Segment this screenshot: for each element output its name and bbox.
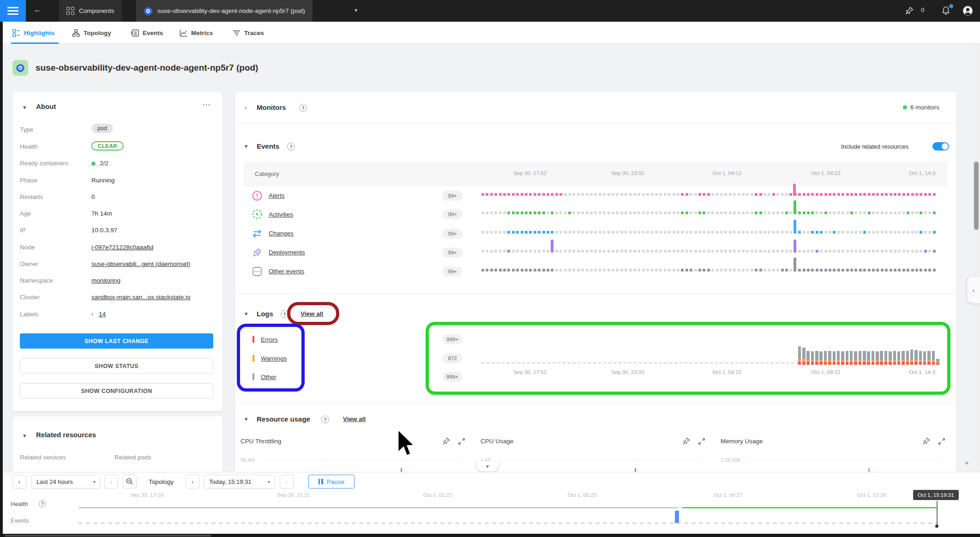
related-services-label: Related services <box>20 454 66 461</box>
axis-tick-label: Oct 1, 04:12 <box>713 170 742 176</box>
show-last-change-button[interactable]: SHOW LAST CHANGE <box>20 333 213 349</box>
node-link[interactable]: i-097e721228c0aaa6d <box>91 244 153 251</box>
divider <box>235 403 956 404</box>
monitors-help-icon[interactable]: ? <box>299 104 307 112</box>
active-tab-underline <box>11 42 59 44</box>
pin-icon[interactable] <box>905 6 914 15</box>
labels-count-link[interactable]: 14 <box>99 311 106 318</box>
events-icon <box>131 29 139 37</box>
logs-chart[interactable] <box>481 343 938 365</box>
other-events-link[interactable]: Other events <box>269 268 304 275</box>
about-label-namespace: Namespace <box>20 277 53 284</box>
cpu-throttling-expand-icon[interactable] <box>458 438 465 445</box>
deployments-link[interactable]: Deployments <box>269 249 305 256</box>
axis-tick-label: Oct 1, 09:22 <box>812 369 841 375</box>
logs-errors-link[interactable]: Errors <box>261 336 278 343</box>
time-back-button[interactable]: ‹ <box>186 475 199 489</box>
log-bar-error <box>806 362 810 365</box>
cpu-usage-expand-icon[interactable] <box>698 438 705 445</box>
log-bar-error <box>876 362 879 365</box>
logs-other-link[interactable]: Other <box>261 374 277 380</box>
resource-help-icon[interactable]: ? <box>321 416 329 423</box>
events-collapse-chevron-icon[interactable]: ▾ <box>245 143 248 150</box>
owner-link[interactable]: suse-observabili...gent (daemonset) <box>91 260 191 267</box>
vertical-scrollbar-thumb[interactable] <box>974 162 979 230</box>
show-status-button[interactable]: SHOW STATUS <box>20 358 213 374</box>
time-forward-button[interactable]: › <box>280 475 294 489</box>
time-range-dropdown[interactable]: Last 24 hours▾ <box>31 475 101 489</box>
back-button[interactable]: ← <box>33 5 42 15</box>
other-events-timeline[interactable] <box>481 259 938 275</box>
activities-link[interactable]: Activities <box>269 211 293 218</box>
monitors-status-dot <box>903 105 907 109</box>
cpu-usage-pin-icon[interactable] <box>682 437 691 445</box>
pause-button[interactable]: Pause <box>308 475 355 489</box>
namespace-link[interactable]: monitoring <box>91 277 120 284</box>
tab-dropdown-chevron-icon[interactable]: ▾ <box>355 7 357 13</box>
tab-events[interactable]: Events <box>131 22 163 44</box>
tab-metrics-label: Metrics <box>191 30 213 36</box>
about-label-type: Type <box>20 126 33 133</box>
ready-dot <box>91 162 96 166</box>
memory-usage-pin-icon[interactable] <box>922 437 931 445</box>
tab-topology[interactable]: Topology <box>72 22 111 44</box>
related-collapse-chevron-icon[interactable]: ▾ <box>23 432 26 439</box>
tab-entity[interactable]: suse-observability-dev-agent-node-agent-… <box>136 0 313 22</box>
hamburger-menu-button[interactable] <box>0 0 26 22</box>
tab-metrics[interactable]: Metrics <box>180 22 213 44</box>
horizontal-scrollbar-thumb[interactable] <box>5 535 211 537</box>
changes-link[interactable]: Changes <box>269 230 294 237</box>
events-help-icon[interactable]: ? <box>287 143 295 151</box>
deployments-count-badge: 99+ <box>442 247 463 258</box>
log-bar-error <box>802 362 806 365</box>
tab-components[interactable]: Components <box>59 0 122 22</box>
timeline-cursor-line[interactable] <box>937 501 938 526</box>
include-related-label: Include related resources <box>841 143 908 150</box>
cpu-throttling-series-start <box>401 468 402 472</box>
range-back-button[interactable]: ‹ <box>12 475 26 489</box>
axis-tick-label: Oct 1, 14:3: <box>909 170 936 176</box>
cursor-time-tooltip: Oct 1, 15:19:31 <box>913 490 959 500</box>
resource-collapse-chevron-icon[interactable]: ▾ <box>245 416 248 422</box>
event-marker-bar[interactable] <box>675 511 679 523</box>
range-forward-button[interactable]: › <box>104 475 118 489</box>
logs-help-icon[interactable]: ? <box>281 310 289 318</box>
vertical-scrollbar-track[interactable] <box>973 44 980 472</box>
side-panel-expand-tab[interactable]: ‹ <box>967 276 980 304</box>
cluster-link[interactable]: sandbox-main.san...ox.stackstate.io <box>91 294 191 301</box>
health-timeline-green[interactable] <box>682 507 937 508</box>
memory-usage-expand-icon[interactable] <box>938 438 945 445</box>
monitors-title: Monitors <box>257 103 286 111</box>
changes-timeline[interactable] <box>481 222 938 237</box>
tab-highlights[interactable]: Highlights <box>12 22 54 44</box>
current-time-dropdown[interactable]: Today, 15:19:31▾ <box>204 475 275 489</box>
monitors-expand-chevron-icon[interactable]: › <box>245 104 247 111</box>
about-label-ready-containers: Ready containers <box>20 160 68 167</box>
logs-warnings-link[interactable]: Warnings <box>261 355 287 362</box>
timeline-collapse-handle[interactable]: ▾ <box>475 461 499 472</box>
resource-view-all-link[interactable]: View all <box>343 416 366 422</box>
logs-collapse-chevron-icon[interactable]: ▾ <box>245 310 248 317</box>
health-timeline-gray[interactable] <box>78 507 678 508</box>
zoom-out-button[interactable] <box>123 475 137 489</box>
deployments-timeline[interactable] <box>481 241 938 256</box>
include-related-toggle[interactable] <box>932 142 949 151</box>
tab-traces[interactable]: Traces <box>233 22 264 44</box>
events-timeline-dashed[interactable] <box>78 523 937 524</box>
logs-view-all-link[interactable]: View all <box>301 310 323 317</box>
show-configuration-button[interactable]: SHOW CONFIGURATION <box>20 383 213 398</box>
about-collapse-chevron-icon[interactable]: ▾ <box>23 104 26 111</box>
cpu-throttling-pin-icon[interactable] <box>442 437 451 445</box>
alerts-link[interactable]: Alerts <box>269 192 285 199</box>
current-time-value: Today, 15:19:31 <box>209 478 252 485</box>
warnings-bar-icon <box>253 355 254 362</box>
alerts-timeline[interactable] <box>481 184 938 199</box>
events-row-label: Events <box>11 517 29 524</box>
about-more-options-button[interactable]: ⋯ <box>202 100 211 110</box>
activities-timeline[interactable] <box>481 202 938 218</box>
health-help-icon[interactable]: ? <box>39 500 46 507</box>
topology-icon <box>72 29 80 37</box>
labels-expand-chevron-icon[interactable]: › <box>91 311 93 317</box>
user-avatar-icon[interactable] <box>962 5 974 17</box>
gridline <box>499 460 702 460</box>
